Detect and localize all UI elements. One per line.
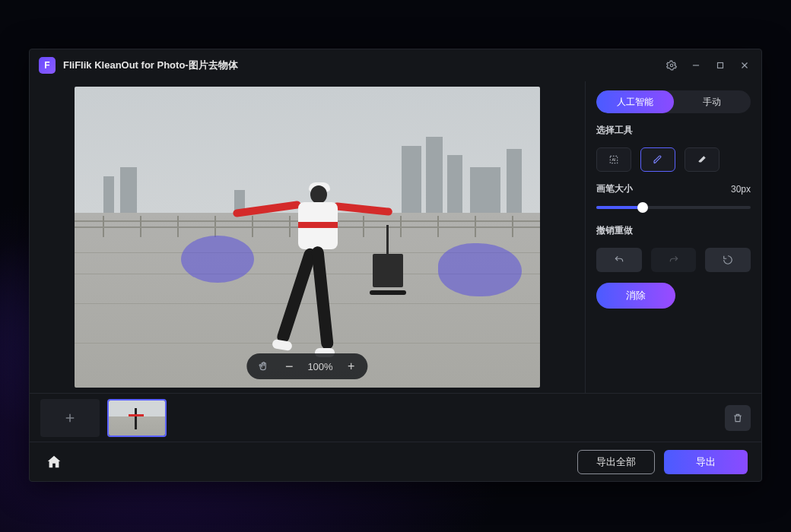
object-trolley [373,254,403,287]
zoom-level: 100% [307,361,332,372]
svg-point-0 [670,64,673,67]
app-logo: F [39,57,56,74]
maximize-button[interactable] [708,55,732,76]
titlebar: F FliFlik KleanOut for Photo-图片去物体 [30,49,761,81]
add-image-button[interactable] [40,399,100,437]
slider-thumb[interactable] [637,202,648,213]
reset-icon [723,255,733,265]
subject-person [274,182,365,357]
pan-tool[interactable] [256,359,271,374]
app-window: F FliFlik KleanOut for Photo-图片去物体 [29,49,762,482]
reset-button[interactable] [705,248,751,272]
zoom-in[interactable]: + [344,359,359,374]
thumbnail-selected[interactable] [107,399,167,437]
photo-canvas[interactable]: − 100% + [75,87,540,388]
thumbnail-strip [30,393,761,442]
export-button[interactable]: 导出 [664,450,748,474]
tool-ai-select[interactable]: AI [596,147,631,172]
delete-button[interactable] [725,405,751,431]
trash-icon [732,413,743,423]
home-icon [46,454,62,470]
settings-button[interactable] [659,55,684,76]
viewer-controls: − 100% + [246,353,367,379]
tool-brush[interactable] [640,147,675,172]
gear-icon [666,60,677,71]
plus-icon [63,411,77,425]
erase-button[interactable]: 消除 [596,283,675,309]
svg-text:AI: AI [612,157,616,162]
svg-rect-2 [718,63,723,68]
close-icon [739,60,750,71]
canvas-pane: − 100% + [30,81,585,393]
tab-ai[interactable]: 人工智能 [596,90,674,113]
undo-icon [614,255,624,265]
select-tool-label: 选择工具 [596,124,751,137]
minimize-icon [691,60,701,71]
export-all-button[interactable]: 导出全部 [577,450,655,474]
zoom-out[interactable]: − [281,359,297,374]
mask-left [181,236,254,283]
footer: 导出全部 导出 [30,442,761,481]
brush-size-label: 画笔大小 [596,182,633,195]
tab-manual[interactable]: 手动 [674,90,751,113]
minimize-button[interactable] [684,55,708,76]
side-panel: 人工智能 手动 选择工具 AI 画笔大小 30px [585,81,761,393]
home-button[interactable] [43,451,65,473]
redo-icon [669,255,679,265]
brush-size-value: 30px [731,184,751,195]
maximize-icon [715,60,726,71]
mask-right [438,243,522,296]
tool-eraser[interactable] [685,147,720,172]
slider-fill [596,206,643,209]
undo-redo-label: 撤销重做 [596,224,751,237]
mode-tabs: 人工智能 手动 [596,90,751,113]
hand-icon [258,361,268,372]
eraser-icon [697,154,707,165]
redo-button[interactable] [651,248,697,272]
undo-button[interactable] [596,248,642,272]
brush-size-slider[interactable] [596,206,751,209]
brush-icon [653,154,663,165]
ai-select-icon: AI [608,154,619,165]
close-button[interactable] [732,55,757,76]
app-title: FliFlik KleanOut for Photo-图片去物体 [63,59,238,72]
